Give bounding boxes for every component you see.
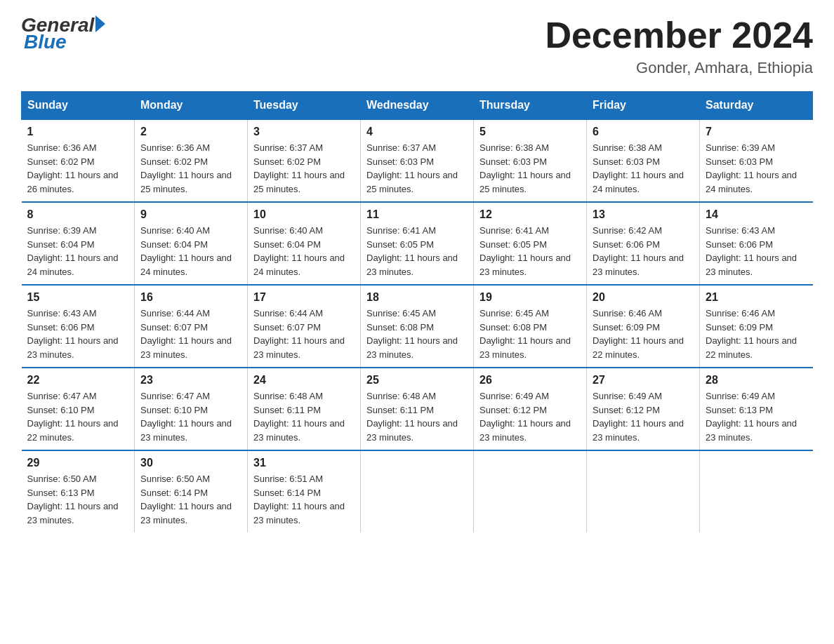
logo-arrow-icon: [95, 15, 105, 32]
day-number: 26: [479, 374, 581, 387]
day-number: 29: [27, 457, 129, 469]
day-cell: 3 Sunrise: 6:37 AM Sunset: 6:02 PM Dayli…: [248, 119, 361, 202]
day-cell: 8 Sunrise: 6:39 AM Sunset: 6:04 PM Dayli…: [22, 202, 135, 285]
day-info: Sunrise: 6:37 AM Sunset: 6:03 PM Dayligh…: [366, 141, 468, 196]
day-info: Sunrise: 6:49 AM Sunset: 6:13 PM Dayligh…: [706, 389, 807, 444]
day-info: Sunrise: 6:36 AM Sunset: 6:02 PM Dayligh…: [140, 141, 241, 196]
day-info: Sunrise: 6:51 AM Sunset: 6:14 PM Dayligh…: [253, 472, 355, 527]
week-row-3: 15 Sunrise: 6:43 AM Sunset: 6:06 PM Dayl…: [22, 285, 813, 368]
day-info: Sunrise: 6:41 AM Sunset: 6:05 PM Dayligh…: [479, 224, 581, 279]
day-number: 14: [706, 208, 807, 221]
day-info: Sunrise: 6:38 AM Sunset: 6:03 PM Dayligh…: [479, 141, 581, 196]
day-number: 3: [253, 126, 355, 138]
location-title: Gonder, Amhara, Ethiopia: [545, 59, 813, 77]
day-number: 2: [140, 126, 241, 138]
day-cell: 7 Sunrise: 6:39 AM Sunset: 6:03 PM Dayli…: [700, 119, 813, 202]
day-info: Sunrise: 6:40 AM Sunset: 6:04 PM Dayligh…: [140, 224, 241, 279]
day-info: Sunrise: 6:43 AM Sunset: 6:06 PM Dayligh…: [27, 307, 129, 361]
week-row-1: 1 Sunrise: 6:36 AM Sunset: 6:02 PM Dayli…: [22, 119, 813, 202]
day-number: 8: [27, 208, 129, 221]
day-info: Sunrise: 6:46 AM Sunset: 6:09 PM Dayligh…: [593, 307, 694, 361]
day-cell: 22 Sunrise: 6:47 AM Sunset: 6:10 PM Dayl…: [22, 368, 135, 450]
day-info: Sunrise: 6:45 AM Sunset: 6:08 PM Dayligh…: [479, 307, 581, 361]
day-cell: 18 Sunrise: 6:45 AM Sunset: 6:08 PM Dayl…: [361, 285, 474, 368]
day-cell: 28 Sunrise: 6:49 AM Sunset: 6:13 PM Dayl…: [700, 368, 813, 450]
day-cell: 2 Sunrise: 6:36 AM Sunset: 6:02 PM Dayli…: [135, 119, 248, 202]
day-cell: 19 Sunrise: 6:45 AM Sunset: 6:08 PM Dayl…: [474, 285, 587, 368]
day-info: Sunrise: 6:48 AM Sunset: 6:11 PM Dayligh…: [366, 389, 468, 444]
day-cell: 25 Sunrise: 6:48 AM Sunset: 6:11 PM Dayl…: [361, 368, 474, 450]
day-number: 31: [253, 457, 355, 469]
day-number: 11: [366, 208, 468, 221]
day-number: 5: [479, 126, 581, 138]
day-cell: [700, 450, 813, 532]
page-header: General Blue December 2024 Gonder, Amhar…: [21, 14, 813, 77]
day-number: 12: [479, 208, 581, 221]
day-info: Sunrise: 6:50 AM Sunset: 6:13 PM Dayligh…: [27, 472, 129, 527]
day-info: Sunrise: 6:48 AM Sunset: 6:11 PM Dayligh…: [253, 389, 355, 444]
day-cell: 21 Sunrise: 6:46 AM Sunset: 6:09 PM Dayl…: [700, 285, 813, 368]
day-cell: 30 Sunrise: 6:50 AM Sunset: 6:14 PM Dayl…: [135, 450, 248, 532]
day-info: Sunrise: 6:47 AM Sunset: 6:10 PM Dayligh…: [140, 389, 241, 444]
day-cell: 16 Sunrise: 6:44 AM Sunset: 6:07 PM Dayl…: [135, 285, 248, 368]
day-cell: 17 Sunrise: 6:44 AM Sunset: 6:07 PM Dayl…: [248, 285, 361, 368]
day-info: Sunrise: 6:40 AM Sunset: 6:04 PM Dayligh…: [253, 224, 355, 279]
day-info: Sunrise: 6:49 AM Sunset: 6:12 PM Dayligh…: [479, 389, 581, 444]
day-cell: 15 Sunrise: 6:43 AM Sunset: 6:06 PM Dayl…: [22, 285, 135, 368]
day-number: 10: [253, 208, 355, 221]
day-info: Sunrise: 6:37 AM Sunset: 6:02 PM Dayligh…: [253, 141, 355, 196]
day-number: 23: [140, 374, 241, 387]
day-info: Sunrise: 6:38 AM Sunset: 6:03 PM Dayligh…: [593, 141, 694, 196]
day-info: Sunrise: 6:46 AM Sunset: 6:09 PM Dayligh…: [706, 307, 807, 361]
header-cell-friday: Friday: [587, 92, 700, 120]
day-cell: 5 Sunrise: 6:38 AM Sunset: 6:03 PM Dayli…: [474, 119, 587, 202]
day-number: 25: [366, 374, 468, 387]
header-cell-saturday: Saturday: [700, 92, 813, 120]
month-title: December 2024: [545, 14, 813, 56]
day-number: 30: [140, 457, 241, 469]
header-cell-wednesday: Wednesday: [361, 92, 474, 120]
day-number: 21: [706, 291, 807, 304]
day-info: Sunrise: 6:41 AM Sunset: 6:05 PM Dayligh…: [366, 224, 468, 279]
day-cell: 13 Sunrise: 6:42 AM Sunset: 6:06 PM Dayl…: [587, 202, 700, 285]
header-cell-thursday: Thursday: [474, 92, 587, 120]
day-cell: 23 Sunrise: 6:47 AM Sunset: 6:10 PM Dayl…: [135, 368, 248, 450]
day-number: 22: [27, 374, 129, 387]
calendar-body: 1 Sunrise: 6:36 AM Sunset: 6:02 PM Dayli…: [22, 119, 813, 532]
day-info: Sunrise: 6:50 AM Sunset: 6:14 PM Dayligh…: [140, 472, 241, 527]
day-cell: 27 Sunrise: 6:49 AM Sunset: 6:12 PM Dayl…: [587, 368, 700, 450]
header-cell-monday: Monday: [135, 92, 248, 120]
day-number: 17: [253, 291, 355, 304]
day-number: 9: [140, 208, 241, 221]
day-number: 20: [593, 291, 694, 304]
day-cell: 24 Sunrise: 6:48 AM Sunset: 6:11 PM Dayl…: [248, 368, 361, 450]
day-number: 28: [706, 374, 807, 387]
day-info: Sunrise: 6:39 AM Sunset: 6:04 PM Dayligh…: [27, 224, 129, 279]
header-cell-sunday: Sunday: [22, 92, 135, 120]
day-cell: 12 Sunrise: 6:41 AM Sunset: 6:05 PM Dayl…: [474, 202, 587, 285]
day-cell: [361, 450, 474, 532]
day-cell: 9 Sunrise: 6:40 AM Sunset: 6:04 PM Dayli…: [135, 202, 248, 285]
day-number: 19: [479, 291, 581, 304]
day-info: Sunrise: 6:43 AM Sunset: 6:06 PM Dayligh…: [706, 224, 807, 279]
header-cell-tuesday: Tuesday: [248, 92, 361, 120]
day-info: Sunrise: 6:47 AM Sunset: 6:10 PM Dayligh…: [27, 389, 129, 444]
day-number: 16: [140, 291, 241, 304]
day-info: Sunrise: 6:39 AM Sunset: 6:03 PM Dayligh…: [706, 141, 807, 196]
day-cell: 11 Sunrise: 6:41 AM Sunset: 6:05 PM Dayl…: [361, 202, 474, 285]
day-cell: 14 Sunrise: 6:43 AM Sunset: 6:06 PM Dayl…: [700, 202, 813, 285]
day-number: 24: [253, 374, 355, 387]
day-cell: 26 Sunrise: 6:49 AM Sunset: 6:12 PM Dayl…: [474, 368, 587, 450]
day-cell: 6 Sunrise: 6:38 AM Sunset: 6:03 PM Dayli…: [587, 119, 700, 202]
title-block: December 2024 Gonder, Amhara, Ethiopia: [545, 14, 813, 77]
day-cell: 4 Sunrise: 6:37 AM Sunset: 6:03 PM Dayli…: [361, 119, 474, 202]
header-row: SundayMondayTuesdayWednesdayThursdayFrid…: [22, 92, 813, 120]
calendar-table: SundayMondayTuesdayWednesdayThursdayFrid…: [21, 91, 813, 532]
day-number: 15: [27, 291, 129, 304]
day-info: Sunrise: 6:36 AM Sunset: 6:02 PM Dayligh…: [27, 141, 129, 196]
day-cell: 10 Sunrise: 6:40 AM Sunset: 6:04 PM Dayl…: [248, 202, 361, 285]
logo: General Blue: [21, 14, 105, 53]
day-cell: [474, 450, 587, 532]
calendar-header: SundayMondayTuesdayWednesdayThursdayFrid…: [22, 92, 813, 120]
day-cell: 29 Sunrise: 6:50 AM Sunset: 6:13 PM Dayl…: [22, 450, 135, 532]
